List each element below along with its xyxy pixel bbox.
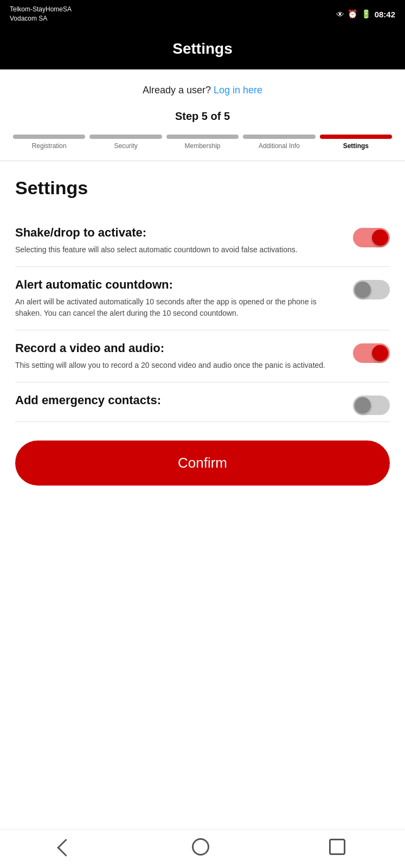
shake-drop-thumb	[372, 229, 388, 246]
back-button[interactable]	[60, 840, 72, 858]
already-user-text: Already a user?	[143, 85, 211, 95]
settings-section: Settings Shake/drop to activate: Selecti…	[0, 161, 405, 427]
eye-icon: 👁	[336, 10, 344, 19]
shake-drop-text: Shake/drop to activate: Selecting this f…	[15, 226, 344, 256]
home-button[interactable]	[192, 838, 209, 859]
nav-bar	[0, 829, 405, 868]
back-icon	[60, 840, 72, 858]
step-label-settings: Settings	[343, 142, 369, 150]
time: 08:42	[375, 10, 395, 19]
step-additional-info: Additional Info	[243, 135, 315, 150]
status-bar: Telkom-StayHomeSA Vodacom SA 👁 ⏰ 🔋 08:42	[0, 0, 405, 28]
nav-spacer	[0, 503, 405, 546]
header-title: Settings	[172, 40, 232, 57]
app-header: Settings	[0, 28, 405, 69]
carrier1: Telkom-StayHomeSA	[10, 5, 72, 14]
shake-drop-toggle[interactable]	[353, 228, 390, 247]
record-video-thumb	[372, 345, 388, 361]
status-icons: 👁 ⏰ 🔋 08:42	[336, 9, 395, 19]
login-link[interactable]: Log in here	[214, 85, 262, 95]
confirm-button[interactable]: Confirm	[15, 441, 390, 486]
step-bar-membership	[166, 135, 239, 139]
alert-countdown-toggle-wrap	[353, 278, 390, 299]
shake-drop-toggle-wrap	[353, 226, 390, 247]
already-user-section: Already a user? Log in here	[0, 69, 405, 101]
confirm-section: Confirm	[0, 427, 405, 503]
home-icon	[192, 838, 209, 859]
content-area: Already a user? Log in here Step 5 of 5 …	[0, 69, 405, 546]
record-video-setting: Record a video and audio: This setting w…	[15, 330, 390, 382]
carrier2: Vodacom SA	[10, 14, 72, 23]
step-bar-registration	[13, 135, 85, 139]
step-label-additional-info: Additional Info	[259, 142, 300, 150]
record-video-toggle[interactable]	[353, 343, 390, 363]
step-bar-settings	[320, 135, 392, 139]
step-label-membership: Membership	[184, 142, 220, 150]
emergency-contacts-label: Add emergency contacts:	[15, 393, 344, 407]
emergency-contacts-toggle-wrap	[353, 393, 390, 415]
step-registration: Registration	[13, 135, 85, 150]
alert-countdown-toggle[interactable]	[353, 280, 390, 299]
step-bar-additional-info	[243, 135, 315, 139]
alert-countdown-desc: An alert will be activated automatically…	[15, 296, 344, 319]
record-video-label: Record a video and audio:	[15, 341, 344, 355]
step-membership: Membership	[166, 135, 239, 150]
shake-drop-desc: Selecting this feature will also select …	[15, 244, 344, 256]
step-label-registration: Registration	[32, 142, 67, 150]
emergency-contacts-toggle[interactable]	[353, 395, 390, 415]
settings-heading: Settings	[15, 177, 390, 199]
step-security: Security	[89, 135, 162, 150]
battery-icon: 🔋	[361, 9, 371, 19]
emergency-contacts-setting: Add emergency contacts:	[15, 382, 390, 422]
emergency-contacts-thumb	[355, 397, 371, 413]
step-settings: Settings	[320, 135, 392, 150]
alert-countdown-thumb	[355, 282, 371, 298]
alert-countdown-label: Alert automatic countdown:	[15, 278, 344, 292]
shake-drop-setting: Shake/drop to activate: Selecting this f…	[15, 215, 390, 267]
recent-button[interactable]	[329, 839, 345, 859]
carrier-info: Telkom-StayHomeSA Vodacom SA	[10, 5, 72, 23]
alert-countdown-text: Alert automatic countdown: An alert will…	[15, 278, 344, 319]
alert-countdown-setting: Alert automatic countdown: An alert will…	[15, 267, 390, 330]
step-label-security: Security	[114, 142, 137, 150]
step-bar-security	[89, 135, 162, 139]
emergency-contacts-text: Add emergency contacts:	[15, 393, 344, 412]
record-video-desc: This setting will allow you to record a …	[15, 360, 344, 371]
record-video-toggle-wrap	[353, 341, 390, 363]
record-video-text: Record a video and audio: This setting w…	[15, 341, 344, 371]
step-indicator: Step 5 of 5	[0, 101, 405, 128]
shake-drop-label: Shake/drop to activate:	[15, 226, 344, 240]
recent-icon	[329, 839, 345, 859]
alarm-icon: ⏰	[348, 9, 358, 19]
progress-steps: Registration Security Membership Additio…	[0, 128, 405, 161]
